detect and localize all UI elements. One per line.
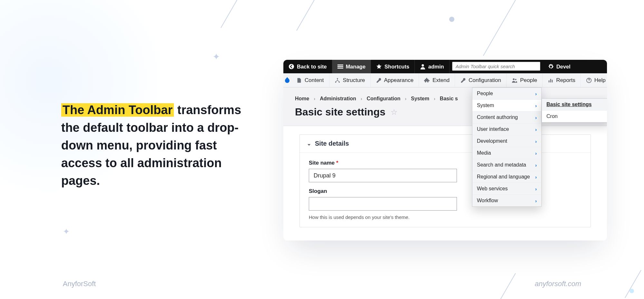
structure-icon	[335, 77, 340, 83]
dd-item-people[interactable]: People›	[472, 88, 541, 100]
dd-item-web-services[interactable]: Web services›	[472, 183, 541, 195]
dd-label: Media	[477, 150, 491, 156]
bg-dash	[625, 270, 641, 298]
svg-point-14	[589, 81, 589, 82]
footer-brand: AnyforSoft	[63, 280, 96, 288]
menu-content[interactable]: Content	[291, 73, 329, 87]
menu-people[interactable]: People	[507, 73, 543, 87]
svg-rect-10	[549, 80, 550, 82]
site-name-input[interactable]	[309, 169, 457, 182]
svg-rect-12	[552, 80, 553, 82]
svg-rect-11	[550, 79, 551, 82]
menu-appearance[interactable]: Appearance	[371, 73, 419, 87]
chevron-down-icon: ⌄	[307, 140, 311, 147]
quick-search-input[interactable]	[452, 62, 540, 71]
dd-item-media[interactable]: Media›	[472, 147, 541, 159]
chevron-right-icon: ›	[434, 96, 435, 101]
star-icon	[376, 64, 382, 69]
marketing-highlight: The Admin Toolbar	[61, 103, 174, 117]
svg-point-8	[513, 78, 515, 80]
dd-item-regional-language[interactable]: Regional and language›	[472, 171, 541, 183]
menu-configuration-label: Configuration	[469, 77, 501, 84]
bg-dash	[483, 0, 516, 56]
menu-help-label: Help	[594, 77, 606, 84]
manage-button[interactable]: Manage	[332, 60, 371, 73]
quick-search-wrap	[450, 60, 543, 73]
menu-extend[interactable]: Extend	[419, 73, 455, 87]
menu-reports-label: Reports	[556, 77, 575, 84]
user-icon	[420, 64, 426, 69]
wrench-icon	[460, 77, 466, 83]
user-label: admin	[428, 64, 444, 70]
puzzle-icon	[424, 77, 430, 83]
chevron-right-icon: ›	[535, 186, 537, 192]
dd-item-basic-site-settings[interactable]: Basic site settings	[542, 99, 607, 111]
toolbar-black: Back to site Manage Shortcuts admin	[283, 60, 607, 73]
dd-label: System	[477, 103, 494, 108]
dd-item-system[interactable]: System›	[472, 100, 541, 112]
dd-item-cron[interactable]: Cron	[542, 111, 607, 122]
crumb-config[interactable]: Configuration	[367, 96, 401, 102]
chevron-right-icon: ›	[405, 96, 407, 101]
chevron-right-icon: ›	[535, 150, 537, 156]
site-details-header[interactable]: ⌄ Site details	[300, 135, 591, 153]
chevron-right-icon: ›	[535, 174, 537, 180]
gear-icon	[548, 64, 554, 69]
slogan-input[interactable]	[309, 197, 457, 211]
bg-dot	[630, 289, 634, 293]
dd-label: User interface	[477, 126, 509, 132]
crumb-home[interactable]: Home	[295, 96, 309, 102]
dd-item-workflow[interactable]: Workflow›	[472, 195, 541, 206]
svg-point-6	[335, 81, 336, 83]
dd-label: Web services	[477, 186, 508, 192]
admin-menubar: Content Structure Appearance Extend Conf…	[283, 73, 607, 87]
dd-item-development[interactable]: Development›	[472, 135, 541, 147]
site-details-title: Site details	[315, 140, 349, 147]
admin-screenshot: Back to site Manage Shortcuts admin	[283, 60, 607, 240]
bg-dot	[449, 17, 454, 22]
dd-label: Search and metadata	[477, 162, 526, 168]
wrench-icon	[376, 77, 382, 83]
people-icon	[512, 77, 517, 83]
crumb-basic[interactable]: Basic s	[440, 96, 458, 102]
dd-label: Regional and language	[477, 174, 530, 180]
svg-rect-1	[337, 65, 343, 66]
menu-content-label: Content	[305, 77, 324, 84]
dd-item-search-metadata[interactable]: Search and metadata›	[472, 159, 541, 171]
config-dropdown: People› System› Content authoring› User …	[472, 87, 542, 207]
chevron-right-icon: ›	[535, 127, 537, 132]
user-button[interactable]: admin	[415, 60, 450, 73]
menu-configuration[interactable]: Configuration	[455, 73, 507, 87]
dd-label: Content authoring	[477, 114, 518, 120]
shortcuts-button[interactable]: Shortcuts	[371, 60, 415, 73]
dd-item-user-interface[interactable]: User interface›	[472, 123, 541, 135]
dd-label: Basic site settings	[546, 102, 592, 107]
sparkle-icon: ✦	[63, 227, 70, 237]
chevron-right-icon: ›	[535, 139, 537, 144]
menu-help[interactable]: Help	[581, 73, 607, 87]
dd-label: Cron	[546, 113, 558, 119]
crumb-admin[interactable]: Administration	[320, 96, 356, 102]
bg-dash	[489, 273, 516, 299]
svg-point-7	[338, 81, 340, 83]
document-icon	[296, 77, 302, 83]
menu-extend-label: Extend	[432, 77, 450, 84]
system-dropdown: Basic site settings Cron	[542, 98, 607, 122]
crumb-system[interactable]: System	[411, 96, 429, 102]
menu-structure[interactable]: Structure	[329, 73, 371, 87]
chevron-right-icon: ›	[314, 96, 315, 101]
chevron-right-icon: ›	[535, 91, 537, 96]
back-label: Back to site	[297, 64, 327, 70]
dd-item-content-authoring[interactable]: Content authoring›	[472, 112, 541, 123]
back-to-site-button[interactable]: Back to site	[283, 60, 332, 73]
bg-dash	[221, 0, 237, 28]
site-name-label-text: Site name	[309, 160, 335, 166]
drupal-logo[interactable]	[283, 73, 291, 87]
chevron-right-icon: ›	[535, 115, 537, 120]
shortcuts-label: Shortcuts	[384, 64, 409, 70]
favorite-star-icon[interactable]: ☆	[391, 108, 398, 117]
chevron-right-icon: ›	[361, 96, 362, 101]
svg-rect-3	[337, 68, 343, 69]
menu-reports[interactable]: Reports	[543, 73, 581, 87]
devel-button[interactable]: Devel	[543, 60, 576, 73]
